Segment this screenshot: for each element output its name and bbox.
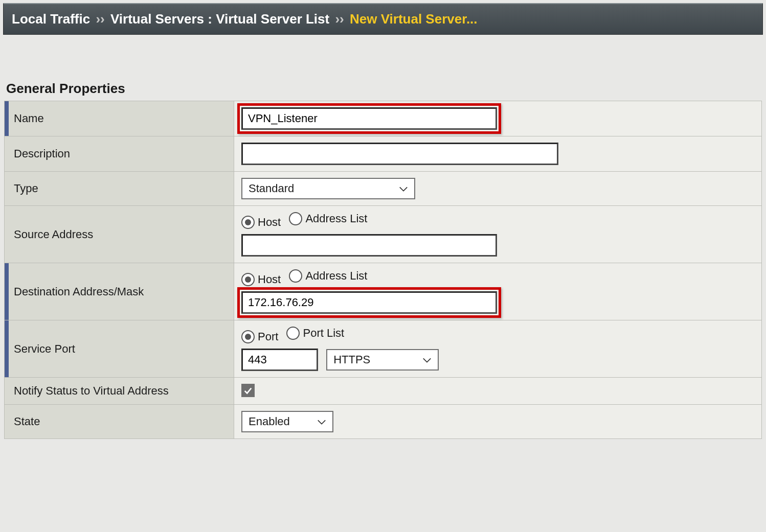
breadcrumb-root[interactable]: Local Traffic: [12, 11, 90, 27]
service-port-input[interactable]: [241, 349, 318, 371]
radio-label: Port List: [303, 327, 344, 340]
row-notify-status: Notify Status to Virtual Address: [5, 378, 762, 405]
highlight-box: [237, 103, 501, 134]
check-icon: [243, 386, 253, 395]
source-address-list-radio[interactable]: Address List: [289, 212, 367, 225]
source-host-radio[interactable]: Host: [241, 216, 281, 229]
radio-icon: [289, 269, 302, 283]
radio-label: Address List: [305, 269, 367, 283]
radio-icon: [241, 216, 255, 229]
radio-icon: [289, 212, 302, 225]
row-service-port: Service Port Port Port List HTTPS: [5, 320, 762, 378]
radio-label: Address List: [305, 212, 367, 225]
destination-address-input[interactable]: [241, 291, 497, 314]
type-select[interactable]: Standard: [241, 178, 415, 199]
row-name: Name: [5, 101, 762, 136]
label-state: State: [12, 415, 40, 428]
name-input[interactable]: [241, 107, 497, 130]
breadcrumb-sep-icon: ››: [333, 11, 346, 27]
dest-address-list-radio[interactable]: Address List: [289, 269, 367, 283]
radio-icon: [286, 327, 300, 340]
breadcrumb-current: New Virtual Server...: [350, 11, 478, 27]
radio-label: Host: [258, 273, 281, 286]
label-name: Name: [12, 112, 44, 125]
type-select-value: Standard: [249, 182, 294, 195]
radio-icon: [241, 330, 255, 343]
row-description: Description: [5, 136, 762, 172]
label-type: Type: [12, 182, 38, 195]
label-description: Description: [12, 147, 70, 160]
general-properties-table: Name Description Type Standard Source Ad…: [4, 101, 762, 439]
section-title-general-properties: General Properties: [6, 81, 766, 97]
notify-status-checkbox[interactable]: [241, 384, 255, 397]
label-notify-status: Notify Status to Virtual Address: [12, 384, 169, 398]
label-service-port: Service Port: [12, 342, 75, 356]
radio-icon: [241, 273, 255, 286]
breadcrumb-section[interactable]: Virtual Servers : Virtual Server List: [110, 11, 329, 27]
service-protocol-select[interactable]: HTTPS: [326, 349, 439, 371]
chevron-down-icon: [422, 353, 432, 366]
chevron-down-icon: [317, 415, 326, 428]
service-port-list-radio[interactable]: Port List: [286, 327, 344, 340]
service-protocol-value: HTTPS: [333, 353, 370, 366]
source-address-input[interactable]: [241, 234, 497, 257]
service-port-radio[interactable]: Port: [241, 330, 278, 343]
row-destination-address: Destination Address/Mask Host Address Li…: [5, 263, 762, 320]
description-input[interactable]: [241, 143, 558, 165]
radio-label: Port: [258, 330, 278, 343]
state-select[interactable]: Enabled: [241, 411, 333, 432]
label-source-address: Source Address: [12, 228, 93, 241]
breadcrumb: Local Traffic ›› Virtual Servers : Virtu…: [3, 3, 763, 35]
row-state: State Enabled: [5, 405, 762, 439]
row-type: Type Standard: [5, 172, 762, 206]
row-source-address: Source Address Host Address List: [5, 206, 762, 263]
breadcrumb-sep-icon: ››: [94, 11, 106, 27]
dest-host-radio[interactable]: Host: [241, 273, 281, 286]
label-destination-address: Destination Address/Mask: [12, 285, 144, 298]
state-select-value: Enabled: [249, 415, 290, 428]
highlight-box: [237, 287, 501, 318]
chevron-down-icon: [399, 182, 408, 195]
radio-label: Host: [258, 216, 281, 229]
